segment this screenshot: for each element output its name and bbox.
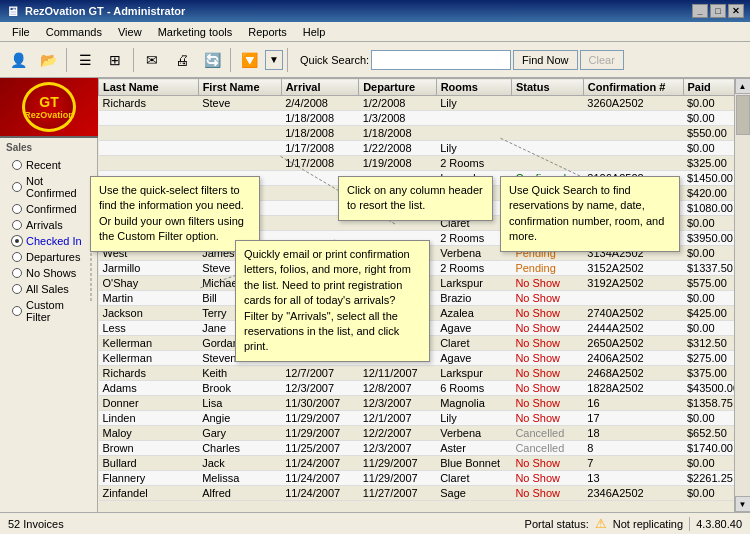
table-cell: Kellerman bbox=[99, 351, 199, 366]
open-button[interactable]: 📂 bbox=[34, 46, 62, 74]
table-row[interactable]: BullardJack11/24/200711/29/2007Blue Bonn… bbox=[99, 456, 750, 471]
new-button[interactable]: 👤 bbox=[4, 46, 32, 74]
filter-dropdown[interactable]: ▼ bbox=[265, 50, 283, 70]
radio-no-shows bbox=[12, 268, 22, 278]
table-cell: 12/3/2007 bbox=[359, 441, 437, 456]
scroll-down-button[interactable]: ▼ bbox=[735, 496, 751, 512]
radio-departures bbox=[12, 252, 22, 262]
grid-view-button[interactable]: ⊞ bbox=[101, 46, 129, 74]
sidebar-item-departures[interactable]: Departures bbox=[0, 249, 97, 265]
table-cell: 2406A2502 bbox=[583, 351, 683, 366]
table-cell: Zinfandel bbox=[99, 486, 199, 501]
close-button[interactable]: ✕ bbox=[728, 4, 744, 18]
table-row[interactable]: MaloyGary11/29/200712/2/2007VerbenaCance… bbox=[99, 426, 750, 441]
table-cell bbox=[99, 126, 199, 141]
portal-status-label: Portal status: bbox=[525, 518, 589, 530]
scroll-track[interactable] bbox=[735, 94, 750, 496]
table-cell bbox=[511, 126, 583, 141]
table-cell: 2444A2502 bbox=[583, 321, 683, 336]
table-cell: 8 bbox=[583, 441, 683, 456]
table-cell: 11/24/2007 bbox=[281, 456, 359, 471]
table-cell: 1/2/2008 bbox=[359, 96, 437, 111]
refresh-button[interactable]: 🔄 bbox=[198, 46, 226, 74]
sidebar-item-no-shows[interactable]: No Shows bbox=[0, 265, 97, 281]
version-number: 4.3.80.40 bbox=[696, 518, 742, 530]
col-last-name[interactable]: Last Name bbox=[99, 79, 199, 96]
menu-commands[interactable]: Commands bbox=[38, 24, 110, 40]
table-cell bbox=[198, 111, 281, 126]
table-cell: Richards bbox=[99, 366, 199, 381]
sidebar-item-confirmed[interactable]: Confirmed bbox=[0, 201, 97, 217]
table-cell: Maloy bbox=[99, 426, 199, 441]
filter-button[interactable]: 🔽 bbox=[235, 46, 263, 74]
table-cell: Agave bbox=[436, 351, 511, 366]
table-row[interactable]: BrownCharles11/25/200712/3/2007AsterCanc… bbox=[99, 441, 750, 456]
col-arrival[interactable]: Arrival bbox=[281, 79, 359, 96]
table-row[interactable]: RichardsSteve2/4/20081/2/2008Lily3260A25… bbox=[99, 96, 750, 111]
table-cell: No Show bbox=[511, 396, 583, 411]
table-cell: 11/30/2007 bbox=[281, 396, 359, 411]
table-cell: 11/25/2007 bbox=[281, 441, 359, 456]
table-row[interactable]: FlanneryMelissa11/24/200711/29/2007Clare… bbox=[99, 471, 750, 486]
table-row[interactable]: AdamsBrook12/3/200712/8/20076 RoomsNo Sh… bbox=[99, 381, 750, 396]
table-cell: 2 Rooms bbox=[436, 261, 511, 276]
table-cell: Gary bbox=[198, 426, 281, 441]
table-row[interactable]: 1/17/20081/22/2008Lily$0.00 bbox=[99, 141, 750, 156]
radio-confirmed bbox=[12, 204, 22, 214]
sidebar-item-recent[interactable]: Recent bbox=[0, 157, 97, 173]
table-cell: 1/22/2008 bbox=[359, 141, 437, 156]
find-now-button[interactable]: Find Now bbox=[513, 50, 577, 70]
col-confirmation[interactable]: Confirmation # bbox=[583, 79, 683, 96]
table-cell: Steve bbox=[198, 96, 281, 111]
table-cell: Keith bbox=[198, 366, 281, 381]
table-row[interactable]: RichardsKeith12/7/200712/11/2007Larkspur… bbox=[99, 366, 750, 381]
table-cell: Larkspur bbox=[436, 366, 511, 381]
menu-view[interactable]: View bbox=[110, 24, 150, 40]
vertical-scrollbar[interactable]: ▲ ▼ bbox=[734, 78, 750, 512]
table-cell: No Show bbox=[511, 276, 583, 291]
table-cell: Linden bbox=[99, 411, 199, 426]
scroll-thumb[interactable] bbox=[736, 95, 750, 135]
sidebar: GT RezOvation Sales Recent Not Confirmed… bbox=[0, 78, 98, 512]
minimize-button[interactable]: _ bbox=[692, 4, 708, 18]
print-button[interactable]: 🖨 bbox=[168, 46, 196, 74]
sidebar-item-custom-filter[interactable]: Custom Filter bbox=[0, 297, 97, 325]
sidebar-item-arrivals[interactable]: Arrivals bbox=[0, 217, 97, 233]
menu-reports[interactable]: Reports bbox=[240, 24, 295, 40]
status-separator bbox=[689, 517, 690, 531]
table-row[interactable]: ZinfandelAlfred11/24/200711/27/2007SageN… bbox=[99, 486, 750, 501]
table-row[interactable]: 1/18/20081/18/2008$550.00 bbox=[99, 126, 750, 141]
col-departure[interactable]: Departure bbox=[359, 79, 437, 96]
menu-marketing[interactable]: Marketing tools bbox=[150, 24, 241, 40]
table-cell: Verbena bbox=[436, 426, 511, 441]
scroll-up-button[interactable]: ▲ bbox=[735, 78, 751, 94]
sidebar-item-all-sales[interactable]: All Sales bbox=[0, 281, 97, 297]
maximize-button[interactable]: □ bbox=[710, 4, 726, 18]
menu-file[interactable]: File bbox=[4, 24, 38, 40]
list-view-button[interactable]: ☰ bbox=[71, 46, 99, 74]
tooltip-quicksearch: Use Quick Search to find reservations by… bbox=[500, 176, 680, 252]
table-row[interactable]: DonnerLisa11/30/200712/3/2007MagnoliaNo … bbox=[99, 396, 750, 411]
replication-status: Not replicating bbox=[613, 518, 683, 530]
table-row[interactable]: LindenAngie11/29/200712/1/2007LilyNo Sho… bbox=[99, 411, 750, 426]
table-cell: 1/17/2008 bbox=[281, 141, 359, 156]
table-cell: Claret bbox=[436, 336, 511, 351]
col-status[interactable]: Status bbox=[511, 79, 583, 96]
col-rooms[interactable]: Rooms bbox=[436, 79, 511, 96]
menu-help[interactable]: Help bbox=[295, 24, 334, 40]
table-cell: No Show bbox=[511, 381, 583, 396]
table-row[interactable]: 1/17/20081/19/20082 Rooms$325.00 bbox=[99, 156, 750, 171]
email-button[interactable]: ✉ bbox=[138, 46, 166, 74]
clear-button[interactable]: Clear bbox=[580, 50, 624, 70]
table-cell: 11/24/2007 bbox=[281, 471, 359, 486]
quick-search-input[interactable] bbox=[371, 50, 511, 70]
table-cell: Brook bbox=[198, 381, 281, 396]
table-row[interactable]: 1/18/20081/3/2008$0.00 bbox=[99, 111, 750, 126]
sidebar-item-not-confirmed[interactable]: Not Confirmed bbox=[0, 173, 97, 201]
table-cell: 1/18/2008 bbox=[359, 126, 437, 141]
table-cell: 1828A2502 bbox=[583, 381, 683, 396]
col-first-name[interactable]: First Name bbox=[198, 79, 281, 96]
sidebar-item-checked-in[interactable]: Checked In bbox=[0, 233, 97, 249]
table-cell: Angie bbox=[198, 411, 281, 426]
table-cell: No Show bbox=[511, 456, 583, 471]
